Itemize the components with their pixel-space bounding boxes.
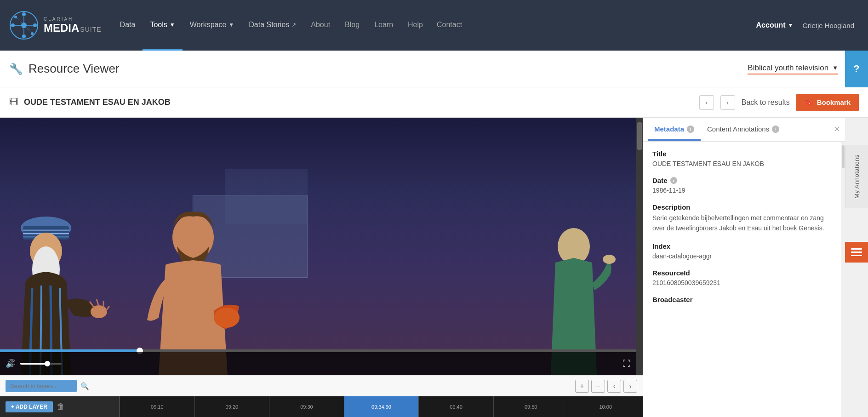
ruler-mark-4: 09:40 (418, 396, 493, 417)
meta-index-value: daan-catalogue-aggr (652, 252, 836, 260)
svg-line-11 (16, 17, 24, 25)
metadata-info-icon: i (687, 126, 694, 133)
collection-dropdown[interactable]: Biblical youth television ▼ (748, 63, 838, 74)
video-container[interactable]: 🔊 ⛶ (0, 118, 643, 375)
content-title-right: ‹ › Back to results 🔖 Bookmark (699, 94, 859, 111)
brand-media: MEDIA (44, 22, 79, 34)
nav-account-btn[interactable]: Account ▼ (752, 21, 798, 29)
brand-logo[interactable]: CLARIAH MEDIA SUITE (9, 11, 102, 40)
svg-point-30 (214, 308, 240, 328)
content-title-bar: 🎞 OUDE TESTAMENT ESAU EN JAKOB ‹ › Back … (0, 87, 868, 118)
ruler-mark-active: 09:34.90 (344, 396, 419, 417)
timeline-row: + ADD LAYER 🗑 09:10 09:20 09:30 09:34.90 (0, 396, 643, 417)
datastories-link-icon: ↗ (291, 22, 296, 28)
account-arrow-icon: ▼ (788, 22, 794, 29)
video-section: 🔊 ⛶ 🔍 + − ‹ › + AD (0, 118, 643, 417)
fullscreen-button[interactable]: ⛶ (622, 359, 631, 369)
search-layers-input[interactable] (6, 380, 77, 392)
my-annotations-tab[interactable]: My Annotations (845, 145, 868, 208)
ruler-mark-2: 09:30 (269, 396, 344, 417)
date-info-icon: i (670, 177, 677, 184)
annotations-info-icon: i (772, 126, 779, 133)
tools-arrow-icon: ▼ (170, 22, 175, 28)
meta-date-value: 1986-11-19 (652, 187, 836, 194)
delete-layer-btn[interactable]: 🗑 (57, 402, 65, 411)
nav-item-about[interactable]: About (303, 0, 337, 51)
svg-line-12 (24, 25, 32, 34)
workspace-arrow-icon: ▼ (228, 22, 234, 28)
nav-items: Data Tools ▼ Workspace ▼ Data Stories ↗ … (113, 0, 752, 51)
wrench-icon: 🔧 (9, 63, 23, 75)
meta-title-value: OUDE TESTAMENT ESAU EN JAKOB (652, 160, 836, 167)
ruler-mark-6: 10:00 (568, 396, 643, 417)
svg-point-32 (603, 255, 616, 264)
nav-item-help[interactable]: Help (400, 0, 430, 51)
svg-line-28 (106, 306, 109, 311)
next-result-btn[interactable]: › (720, 95, 735, 110)
metadata-scrollbar[interactable] (841, 142, 845, 417)
brand-text: CLARIAH MEDIA SUITE (44, 17, 102, 34)
close-panel-icon[interactable]: ✕ (834, 124, 840, 134)
meta-title-label: Title (652, 150, 836, 158)
ruler-mark-5: 09:50 (493, 396, 568, 417)
metadata-tabs: Metadata i Content Annotations i ✕ (643, 118, 845, 142)
brand-logo-icon (9, 11, 39, 40)
resource-viewer-title: Resource Viewer (29, 62, 120, 76)
main-content: 🔊 ⛶ 🔍 + − ‹ › + AD (0, 118, 868, 417)
annotations-panel-icon[interactable] (845, 242, 868, 263)
search-layers-button[interactable]: 🔍 (80, 382, 89, 390)
help-button[interactable]: ? (845, 51, 868, 87)
svg-point-5 (22, 34, 26, 38)
ruler-mark-1: 09:20 (194, 396, 269, 417)
svg-point-7 (33, 23, 37, 27)
meta-date-label: Date i (652, 177, 836, 184)
bookmark-icon: 🔖 (805, 98, 813, 107)
add-layer-button[interactable]: + (575, 380, 589, 393)
film-icon: 🎞 (9, 97, 18, 108)
resource-header-right: Biblical youth television ▼ ↗ (748, 63, 859, 74)
metadata-content: Title OUDE TESTAMENT ESAU EN JAKOB Date … (643, 142, 845, 417)
meta-date-field: Date i 1986-11-19 (652, 177, 836, 194)
video-controls: 🔊 ⛶ (0, 352, 636, 375)
content-title-left: 🎞 OUDE TESTAMENT ESAU EN JAKOB (9, 97, 699, 108)
add-layer-timeline-btn[interactable]: + ADD LAYER (6, 401, 53, 412)
content-title-text: OUDE TESTAMENT ESAU EN JAKOB (24, 97, 171, 107)
nav-item-data[interactable]: Data (113, 0, 143, 51)
volume-button[interactable]: 🔊 (6, 359, 16, 369)
back-to-results-link[interactable]: Back to results (742, 98, 790, 107)
nav-item-contact[interactable]: Contact (430, 0, 468, 51)
video-display (0, 118, 643, 375)
nav-item-workspace[interactable]: Workspace ▼ (183, 0, 242, 51)
ruler-marks: 09:10 09:20 09:30 09:34.90 09:40 09:50 (120, 396, 643, 417)
timeline-toolbar: 🔍 + − ‹ › (0, 375, 643, 396)
svg-point-4 (22, 12, 26, 16)
nav-item-datastories[interactable]: Data Stories ↗ (241, 0, 303, 51)
collection-arrow-icon: ▼ (832, 64, 838, 71)
svg-point-24 (91, 305, 107, 318)
meta-broadcaster-label: Broadcaster (652, 296, 836, 303)
resource-viewer-header: 🔧 Resource Viewer Biblical youth televis… (0, 51, 868, 87)
nav-account-section: Account ▼ Grietje Hoogland (752, 21, 859, 29)
nav-item-blog[interactable]: Blog (337, 0, 367, 51)
remove-layer-button[interactable]: − (591, 380, 605, 393)
meta-broadcaster-field: Broadcaster (652, 296, 836, 303)
nav-item-tools[interactable]: Tools ▼ (143, 0, 182, 51)
nav-item-learn[interactable]: Learn (367, 0, 400, 51)
meta-index-field: Index daan-catalogue-aggr (652, 242, 836, 260)
meta-resourceid-field: ResourceId 2101608050039659231 (652, 269, 836, 286)
meta-index-label: Index (652, 242, 836, 250)
meta-description-field: Description Serie getekende bijbelvertel… (652, 203, 836, 233)
volume-slider[interactable] (20, 363, 62, 365)
tab-content-annotations[interactable]: Content Annotations i (701, 119, 786, 141)
prev-result-btn[interactable]: ‹ (699, 95, 714, 110)
meta-resourceid-label: ResourceId (652, 269, 836, 277)
tab-metadata[interactable]: Metadata i (648, 119, 701, 141)
next-layer-btn[interactable]: › (623, 380, 637, 393)
svg-line-26 (97, 299, 99, 306)
metadata-panel: Metadata i Content Annotations i ✕ Title… (643, 118, 845, 417)
nav-user-label: Grietje Hoogland (798, 22, 859, 29)
prev-layer-btn[interactable]: ‹ (607, 380, 621, 393)
bookmark-button[interactable]: 🔖 Bookmark (796, 94, 859, 111)
navbar: CLARIAH MEDIA SUITE Data Tools ▼ Workspa… (0, 0, 868, 51)
timeline-buttons: + − ‹ › (575, 380, 637, 393)
